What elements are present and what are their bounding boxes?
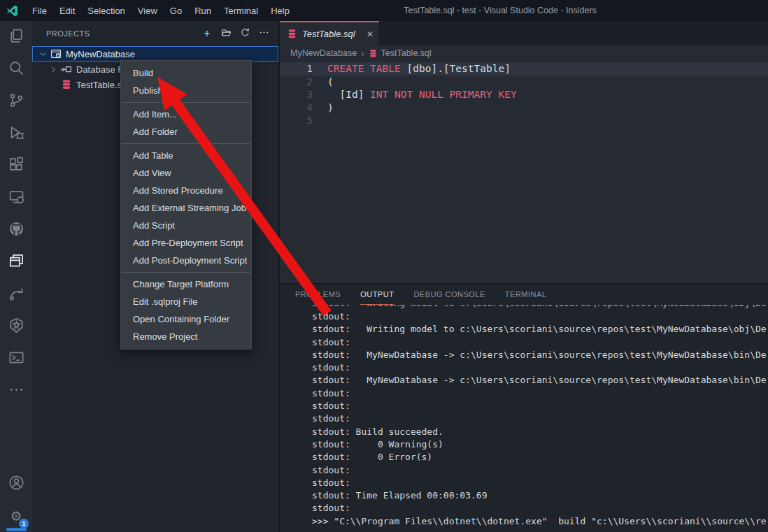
search-icon xyxy=(8,60,24,79)
ellipsis-icon xyxy=(259,27,269,41)
menubar-item-run[interactable]: Run xyxy=(188,0,218,21)
panel-tab-terminal[interactable]: TERMINAL xyxy=(505,284,547,305)
title-bar: FileEditSelectionViewGoRunTerminalHelp T… xyxy=(0,0,768,21)
menubar-item-terminal[interactable]: Terminal xyxy=(218,0,264,21)
activity-powershell[interactable] xyxy=(0,343,32,375)
kubernetes-icon xyxy=(8,317,24,336)
context-menu-item-open-containing-folder[interactable]: Open Containing Folder xyxy=(121,310,251,328)
code-editor[interactable]: 1CREATE TABLE [dbo].[TestTable]2(3 [Id] … xyxy=(280,61,768,283)
activity-database-projects[interactable] xyxy=(0,246,32,278)
menubar-item-view[interactable]: View xyxy=(131,0,164,21)
code-line-4: 4) xyxy=(280,101,768,115)
project-context-menu: BuildPublishAdd Item...Add FolderAdd Tab… xyxy=(120,60,252,350)
line-number: 5 xyxy=(280,114,327,127)
output-line: stdout: 0 Error(s) xyxy=(312,451,768,463)
context-menu-item-add-table[interactable]: Add Table xyxy=(121,147,251,164)
menubar-item-selection[interactable]: Selection xyxy=(81,0,131,21)
chevron-down-icon[interactable] xyxy=(37,50,48,59)
activity-kubernetes[interactable] xyxy=(0,310,32,343)
breadcrumb-separator-icon: › xyxy=(361,48,364,59)
projects-icon xyxy=(8,253,24,272)
extensions-icon xyxy=(8,157,24,175)
chevron-right-icon[interactable] xyxy=(48,65,59,74)
ellipsis-icon xyxy=(8,382,24,401)
output-line: stdout: xyxy=(312,412,768,425)
close-icon[interactable]: ✕ xyxy=(367,29,374,39)
breadcrumb-item-2[interactable]: TestTable.sql xyxy=(369,48,432,58)
tab-bar: TestTable.sql ✕ xyxy=(280,21,768,45)
reference-icon xyxy=(60,64,72,75)
context-menu-item-add-external-streaming-job[interactable]: Add External Streaming Job xyxy=(121,199,251,217)
breadcrumb-label: TestTable.sql xyxy=(381,48,432,58)
activity-source-control[interactable] xyxy=(0,85,32,117)
code-line-2: 2( xyxy=(280,76,768,89)
breadcrumb: MyNewDatabase›TestTable.sql xyxy=(280,45,768,61)
debug-icon xyxy=(8,124,24,143)
activity-extensions[interactable] xyxy=(0,150,32,182)
context-menu-item-add-script[interactable]: Add Script xyxy=(121,217,251,234)
activity-accounts[interactable] xyxy=(0,468,32,500)
output-console[interactable]: stdout: Writing model to c:\Users\scoria… xyxy=(280,305,768,532)
menubar-item-file[interactable]: File xyxy=(26,0,53,21)
activity-bar: ⚙1 xyxy=(0,21,32,532)
panel-tab-output[interactable]: OUTPUT xyxy=(360,284,394,305)
context-menu-item-add-stored-procedure[interactable]: Add Stored Procedure xyxy=(121,182,251,199)
output-line: stdout: Build succeeded. xyxy=(312,426,768,438)
menubar-item-edit[interactable]: Edit xyxy=(53,0,81,21)
vscode-window: FileEditSelectionViewGoRunTerminalHelp T… xyxy=(0,0,768,532)
breadcrumb-item-1[interactable]: MyNewDatabase xyxy=(290,48,357,58)
context-menu-item-add-post-deployment-script[interactable]: Add Post-Deployment Script xyxy=(121,252,251,269)
output-line: stdout: xyxy=(312,477,768,489)
vscode-insiders-logo-icon xyxy=(6,5,18,17)
workbench: ⚙1 PROJECTS + MyNewDatabaseDatabase Refe… xyxy=(0,21,768,532)
project-icon xyxy=(50,48,62,59)
code-line-3: 3 [Id] INT NOT NULL PRIMARY KEY xyxy=(280,88,768,101)
database-icon xyxy=(369,49,378,58)
database-icon xyxy=(287,29,297,39)
line-number: 1 xyxy=(280,62,327,76)
panel-tab-debug-console[interactable]: DEBUG CONSOLE xyxy=(413,284,485,305)
github-icon xyxy=(8,221,24,240)
context-menu-item-edit-sqlproj-file[interactable]: Edit .sqlproj File xyxy=(121,293,251,310)
code-token: [dbo].[TestTable] xyxy=(407,62,511,76)
activity-github[interactable] xyxy=(0,214,32,246)
connections-icon xyxy=(8,285,24,304)
refresh-button[interactable] xyxy=(237,26,253,41)
context-menu-item-add-folder[interactable]: Add Folder xyxy=(121,123,251,141)
menu-bar: FileEditSelectionViewGoRunTerminalHelp xyxy=(26,0,296,21)
activity-connections[interactable] xyxy=(0,278,32,310)
panel-tabs: PROBLEMSOUTPUTDEBUG CONSOLETERMINAL xyxy=(280,284,768,305)
code-line-5: 5 xyxy=(280,114,768,127)
output-line: stdout: xyxy=(312,336,768,349)
context-menu-item-add-view[interactable]: Add View xyxy=(121,164,251,182)
context-menu-item-add-item[interactable]: Add Item... xyxy=(121,106,251,123)
activity-search[interactable] xyxy=(0,53,32,85)
open-project-button[interactable] xyxy=(218,26,234,41)
output-line: stdout: xyxy=(312,361,768,374)
context-menu-item-remove-project[interactable]: Remove Project xyxy=(121,328,251,345)
activity-explorer[interactable] xyxy=(0,21,32,53)
activity-run-and-debug[interactable] xyxy=(0,117,32,150)
activity-remote-explorer[interactable] xyxy=(0,182,32,214)
code-token: ) xyxy=(327,101,334,115)
tab-testtable-sql[interactable]: TestTable.sql ✕ xyxy=(280,21,379,45)
output-line: stdout: xyxy=(312,464,768,477)
context-menu-item-publish[interactable]: Publish xyxy=(121,82,251,99)
activity-additional-views[interactable] xyxy=(0,375,32,407)
line-number: 3 xyxy=(280,88,327,101)
add-project-button[interactable]: + xyxy=(199,26,215,41)
context-menu-item-change-target-platform[interactable]: Change Target Platform xyxy=(121,275,251,293)
panel-tab-problems[interactable]: PROBLEMS xyxy=(295,284,341,305)
tree-item-mynewdatabase[interactable]: MyNewDatabase xyxy=(32,46,278,62)
context-menu-item-build[interactable]: Build xyxy=(121,64,251,82)
menubar-item-go[interactable]: Go xyxy=(164,0,188,21)
context-menu-separator xyxy=(122,272,250,273)
files-icon xyxy=(8,28,24,47)
menubar-item-help[interactable]: Help xyxy=(264,0,296,21)
output-line-clipped: stdout: Writing model to c:\Users\scoria… xyxy=(312,305,768,310)
context-menu-item-add-pre-deployment-script[interactable]: Add Pre-Deployment Script xyxy=(121,234,251,252)
remote-explorer-icon xyxy=(8,189,24,208)
more-actions-button[interactable] xyxy=(256,26,271,41)
database-icon xyxy=(287,29,297,39)
output-line: stdout: Time Elapsed 00:00:03.69 xyxy=(312,489,768,502)
